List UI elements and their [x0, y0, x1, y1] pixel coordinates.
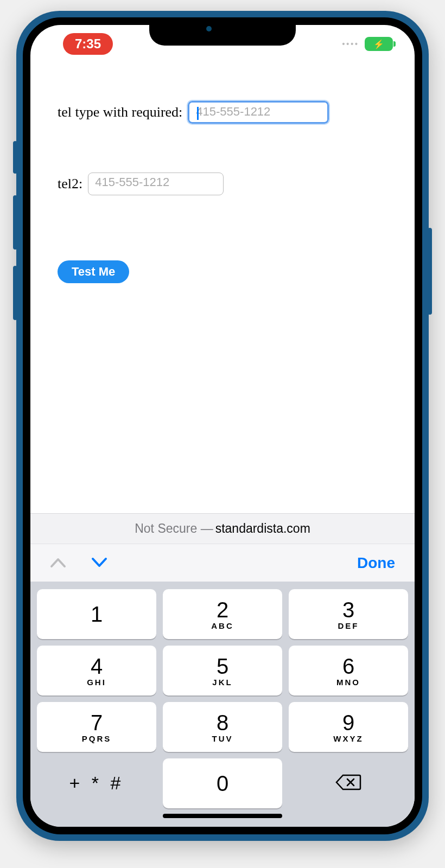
keypad-2[interactable]: 2ABC — [163, 589, 282, 639]
next-field-button[interactable] — [91, 554, 107, 572]
home-indicator[interactable] — [163, 814, 282, 818]
keypad-0[interactable]: 0 — [163, 758, 282, 808]
url-domain: standardista.com — [215, 521, 310, 536]
test-me-button[interactable]: Test Me — [58, 260, 129, 283]
keypad-3[interactable]: 3DEF — [289, 589, 408, 639]
keyboard-accessory-bar: Done — [30, 544, 415, 582]
tel1-label: tel type with required: — [58, 104, 182, 120]
backspace-icon — [335, 773, 361, 794]
keypad-8[interactable]: 8TUV — [163, 702, 282, 752]
keypad-6[interactable]: 6MNO — [289, 646, 408, 695]
status-time-recording-pill[interactable]: 7:35 — [63, 33, 113, 55]
browser-url-bar[interactable]: Not Secure — standardista.com — [30, 513, 415, 544]
power-button[interactable] — [428, 228, 432, 315]
keyboard-done-button[interactable]: Done — [357, 554, 395, 572]
screen: 7:35 •••• ⚡ tel type with required: 415-… — [30, 25, 415, 827]
phone-bezel: 7:35 •••• ⚡ tel type with required: 415-… — [23, 17, 422, 834]
notch — [149, 17, 296, 46]
silence-switch[interactable] — [13, 141, 17, 174]
page-content: tel type with required: 415-555-1212 tel… — [30, 63, 415, 513]
keypad-5[interactable]: 5JKL — [163, 646, 282, 695]
not-secure-label: Not Secure — — [135, 521, 213, 536]
keypad-4[interactable]: 4GHI — [37, 646, 156, 695]
keypad-9[interactable]: 9WXYZ — [289, 702, 408, 752]
battery-charging-icon: ⚡ — [365, 37, 393, 51]
tel1-input[interactable]: 415-555-1212 — [188, 101, 329, 124]
keypad-symbols[interactable]: + * # — [37, 758, 156, 808]
numeric-keypad: 1 2ABC 3DEF 4GHI 5JKL 6MNO 7PQRS 8TUV 9W… — [30, 582, 415, 827]
keypad-7[interactable]: 7PQRS — [37, 702, 156, 752]
phone-frame: 7:35 •••• ⚡ tel type with required: 415-… — [16, 11, 429, 841]
keypad-delete[interactable] — [289, 758, 408, 808]
previous-field-button — [50, 554, 66, 572]
keypad-1[interactable]: 1 — [37, 589, 156, 639]
tel2-input[interactable]: 415-555-1212 — [88, 173, 224, 195]
volume-down-button[interactable] — [13, 266, 17, 320]
signal-dots-icon: •••• — [342, 40, 359, 48]
volume-up-button[interactable] — [13, 195, 17, 250]
tel2-label: tel2: — [58, 176, 82, 192]
